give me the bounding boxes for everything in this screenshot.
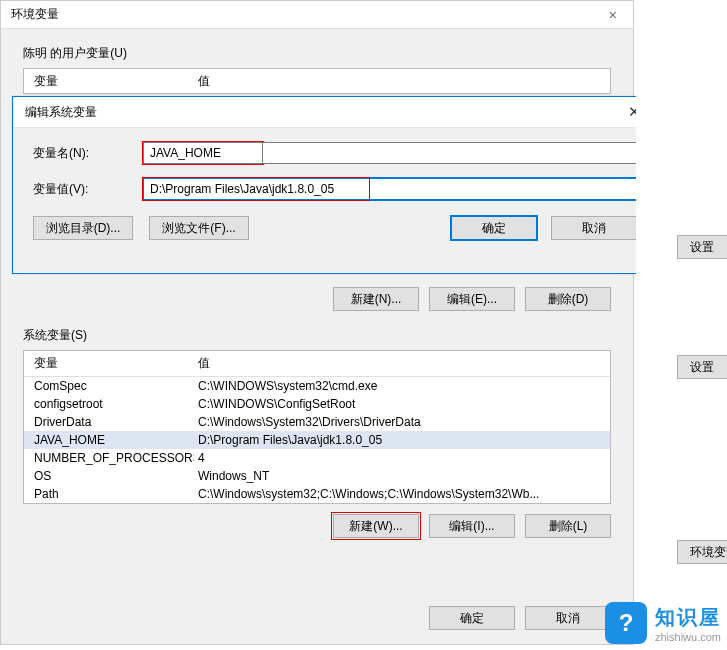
cell-variable: OS bbox=[24, 469, 194, 483]
cell-value: Windows_NT bbox=[194, 469, 610, 483]
settings-button-1[interactable]: 设置 bbox=[677, 235, 727, 259]
settings-button-2[interactable]: 设置 bbox=[677, 355, 727, 379]
cell-value: C:\Windows\system32;C:\Windows;C:\Window… bbox=[194, 487, 610, 501]
table-row[interactable]: OSWindows_NT bbox=[24, 467, 610, 485]
user-vars-section: 陈明 的用户变量(U) 变量 值 bbox=[1, 45, 633, 94]
variable-value-input[interactable] bbox=[143, 178, 637, 200]
close-icon[interactable]: × bbox=[603, 7, 623, 23]
table-row[interactable]: DriverDataC:\Windows\System32\Drivers\Dr… bbox=[24, 413, 610, 431]
table-row[interactable]: ComSpecC:\WINDOWS\system32\cmd.exe bbox=[24, 377, 610, 395]
col-variable[interactable]: 变量 bbox=[24, 355, 194, 372]
logo-cn: 知识屋 bbox=[655, 604, 721, 631]
logo-en: zhishiwu.com bbox=[655, 631, 721, 643]
user-vars-label: 陈明 的用户变量(U) bbox=[23, 45, 633, 62]
env-vars-button[interactable]: 环境变量 bbox=[677, 540, 727, 564]
cell-variable: JAVA_HOME bbox=[24, 433, 194, 447]
list-header: 变量 值 bbox=[24, 69, 610, 95]
system-vars-section: 系统变量(S) 变量 值 ComSpecC:\WINDOWS\system32\… bbox=[1, 311, 633, 538]
cell-variable: ComSpec bbox=[24, 379, 194, 393]
col-value[interactable]: 值 bbox=[194, 73, 610, 90]
cell-value: C:\Windows\System32\Drivers\DriverData bbox=[194, 415, 610, 429]
cell-value: 4 bbox=[194, 451, 610, 465]
system-vars-label: 系统变量(S) bbox=[23, 327, 633, 344]
cell-value: C:\WINDOWS\system32\cmd.exe bbox=[194, 379, 610, 393]
col-value[interactable]: 值 bbox=[194, 355, 610, 372]
variable-name-input[interactable] bbox=[143, 142, 263, 164]
window-title: 环境变量 bbox=[11, 6, 59, 23]
table-row[interactable]: JAVA_HOMED:\Program Files\Java\jdk1.8.0_… bbox=[24, 431, 610, 449]
list-header: 变量 值 bbox=[24, 351, 610, 377]
browse-file-button[interactable]: 浏览文件(F)... bbox=[149, 216, 249, 240]
variable-name-input-ext[interactable] bbox=[263, 142, 637, 164]
window-titlebar: 环境变量 × bbox=[1, 1, 633, 29]
user-vars-buttons: 新建(N)... 编辑(E)... 删除(D) bbox=[333, 287, 611, 311]
table-row[interactable]: configsetrootC:\WINDOWS\ConfigSetRoot bbox=[24, 395, 610, 413]
name-row: 变量名(N): bbox=[33, 142, 637, 164]
system-vars-list[interactable]: 变量 值 ComSpecC:\WINDOWS\system32\cmd.exec… bbox=[23, 350, 611, 504]
table-row[interactable]: NUMBER_OF_PROCESSORS4 bbox=[24, 449, 610, 467]
value-row: 变量值(V): bbox=[33, 178, 637, 200]
ok-button[interactable]: 确定 bbox=[429, 606, 515, 630]
table-row[interactable]: PathC:\Windows\system32;C:\Windows;C:\Wi… bbox=[24, 485, 610, 503]
system-new-button[interactable]: 新建(W)... bbox=[333, 514, 419, 538]
value-label: 变量值(V): bbox=[33, 181, 143, 198]
site-logo: ? 知识屋 zhishiwu.com bbox=[605, 602, 721, 644]
cell-variable: Path bbox=[24, 487, 194, 501]
cell-variable: configsetroot bbox=[24, 397, 194, 411]
cell-value: D:\Program Files\Java\jdk1.8.0_05 bbox=[194, 433, 610, 447]
user-delete-button[interactable]: 删除(D) bbox=[525, 287, 611, 311]
col-variable[interactable]: 变量 bbox=[24, 73, 194, 90]
edit-variable-dialog: 编辑系统变量 ✕ 变量名(N): 变量值(V): 浏览目录(D)... 浏览文件… bbox=[12, 96, 658, 274]
dialog-cancel-button[interactable]: 取消 bbox=[551, 216, 637, 240]
logo-glyph: ? bbox=[619, 609, 634, 637]
user-edit-button[interactable]: 编辑(E)... bbox=[429, 287, 515, 311]
system-vars-buttons: 新建(W)... 编辑(I)... 删除(L) bbox=[1, 514, 611, 538]
logo-badge-icon: ? bbox=[605, 602, 647, 644]
system-rows: ComSpecC:\WINDOWS\system32\cmd.execonfig… bbox=[24, 377, 610, 503]
cancel-button[interactable]: 取消 bbox=[525, 606, 611, 630]
dialog-ok-button[interactable]: 确定 bbox=[451, 216, 537, 240]
user-vars-list[interactable]: 变量 值 bbox=[23, 68, 611, 94]
user-new-button[interactable]: 新建(N)... bbox=[333, 287, 419, 311]
window-footer-buttons: 确定 取消 bbox=[429, 606, 611, 630]
dialog-title: 编辑系统变量 bbox=[25, 104, 97, 121]
right-panel: 设置 设置 环境变量 bbox=[636, 0, 727, 650]
browse-dir-button[interactable]: 浏览目录(D)... bbox=[33, 216, 133, 240]
dialog-titlebar: 编辑系统变量 ✕ bbox=[13, 97, 657, 128]
dialog-button-row: 浏览目录(D)... 浏览文件(F)... 确定 取消 bbox=[33, 216, 637, 240]
cell-variable: DriverData bbox=[24, 415, 194, 429]
system-edit-button[interactable]: 编辑(I)... bbox=[429, 514, 515, 538]
cell-variable: NUMBER_OF_PROCESSORS bbox=[24, 451, 194, 465]
cell-value: C:\WINDOWS\ConfigSetRoot bbox=[194, 397, 610, 411]
system-delete-button[interactable]: 删除(L) bbox=[525, 514, 611, 538]
logo-text: 知识屋 zhishiwu.com bbox=[655, 604, 721, 643]
name-label: 变量名(N): bbox=[33, 145, 143, 162]
